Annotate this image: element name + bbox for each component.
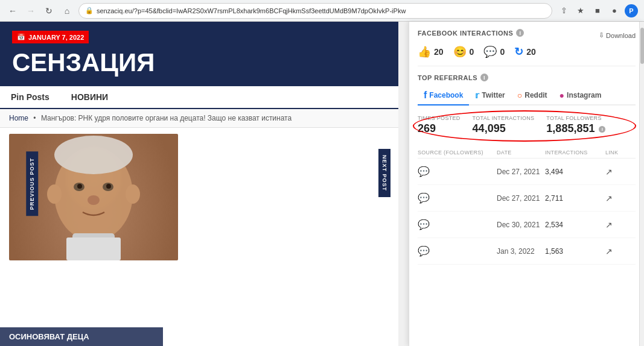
download-icon: ⇩ bbox=[599, 31, 604, 39]
fb-reaction-count: 0 bbox=[470, 47, 474, 57]
share-button[interactable]: ⇧ bbox=[557, 4, 570, 17]
twitter-tab-icon: 𝕣 bbox=[475, 90, 479, 100]
tab-twitter-label: Twitter bbox=[482, 91, 505, 99]
tab-twitter[interactable]: 𝕣 Twitter bbox=[469, 86, 511, 105]
fb-comment-icon: 💬 bbox=[483, 45, 497, 58]
breadcrumb: Home • Мангъров: РНК удря половите орган… bbox=[0, 109, 398, 128]
svg-point-6 bbox=[88, 195, 100, 205]
bookmark-button[interactable]: ★ bbox=[574, 4, 587, 17]
fb-interactions-label: FACEBOOK INTERACTIONS bbox=[418, 30, 513, 37]
table-row: 💬 Dec 27, 2021 3,494 ↗ bbox=[418, 159, 636, 185]
col-interactions: INTERACTIONS bbox=[545, 149, 605, 156]
site-header: 📅 JANUARY 7, 2022 СЕНЗАЦИЯ bbox=[0, 22, 398, 86]
scrollbar-track[interactable] bbox=[639, 22, 644, 346]
fb-comment-count: 0 bbox=[500, 47, 505, 57]
fb-reaction-icon: 😊 bbox=[453, 45, 467, 58]
lock-icon: 🔒 bbox=[85, 7, 94, 14]
row-interactions-0: 3,494 bbox=[545, 168, 605, 176]
home-button[interactable]: ⌂ bbox=[60, 4, 74, 17]
tab-reddit[interactable]: ○ Reddit bbox=[511, 86, 553, 105]
previous-post-label[interactable]: PREVIOUS POST bbox=[26, 152, 38, 216]
row-interactions-1: 2,711 bbox=[545, 194, 605, 203]
site-nav: Pin Posts НОВИНИ bbox=[0, 86, 398, 109]
svg-point-7 bbox=[47, 184, 62, 204]
total-interactions-label: TOTAL INTERACTIONS bbox=[473, 115, 535, 121]
table-header: SOURCE (FOLLOWERS) DATE INTERACTIONS LIN… bbox=[418, 147, 636, 159]
website-content: PREVIOUS POST 📅 JANUARY 7, 2022 СЕНЗАЦИЯ… bbox=[0, 22, 398, 346]
col-link: LINK bbox=[605, 149, 636, 156]
row-interactions-3: 1,563 bbox=[545, 247, 605, 256]
row-date-3: Jan 3, 2022 bbox=[497, 247, 545, 256]
analytics-panel: FACEBOOK INTERACTIONS i ⇩ Download 👍 20 … bbox=[409, 22, 644, 346]
panel-scroll[interactable]: FACEBOOK INTERACTIONS i ⇩ Download 👍 20 … bbox=[409, 22, 644, 346]
total-followers-value: 1,885,851 i bbox=[546, 122, 605, 135]
tab-facebook[interactable]: f Facebook bbox=[418, 86, 469, 105]
row-date-2: Dec 30, 2021 bbox=[497, 221, 545, 229]
row-interactions-2: 2,534 bbox=[545, 221, 605, 229]
breadcrumb-separator: • bbox=[33, 114, 36, 122]
tab-instagram[interactable]: ● Instagram bbox=[553, 86, 608, 105]
svg-point-8 bbox=[126, 184, 140, 204]
nav-novini[interactable]: НОВИНИ bbox=[60, 86, 119, 109]
nav-pin-posts[interactable]: Pin Posts bbox=[0, 86, 60, 109]
row-source-0: 💬 bbox=[418, 166, 497, 177]
times-posted-label: TIMES POSTED bbox=[418, 115, 461, 121]
browser-chrome: ← → ↻ ⌂ 🔒 senzaciq.eu/?p=45&fbclid=IwAR2… bbox=[0, 0, 644, 22]
top-referrals-header: TOP REFERRALS i bbox=[418, 74, 636, 81]
back-button[interactable]: ← bbox=[6, 4, 19, 17]
svg-point-5 bbox=[106, 184, 111, 189]
bottom-overlay-text: ОСИНОВЯВАТ ДЕЦА bbox=[0, 327, 163, 346]
download-label: Download bbox=[606, 32, 636, 39]
svg-rect-10 bbox=[66, 237, 121, 260]
profile-avatar[interactable]: P bbox=[625, 4, 638, 17]
fb-share-metric: ↻ 20 bbox=[514, 45, 536, 58]
site-title: СЕНЗАЦИЯ bbox=[12, 48, 386, 77]
extensions-button[interactable]: ● bbox=[608, 4, 621, 17]
fb-reaction-metric: 😊 0 bbox=[453, 45, 474, 58]
scrollbar-thumb[interactable] bbox=[640, 28, 644, 64]
refresh-button[interactable]: ↻ bbox=[42, 4, 56, 17]
reddit-tab-icon: ○ bbox=[517, 90, 522, 100]
facebook-like-icon: 👍 bbox=[418, 45, 431, 58]
row-link-1[interactable]: ↗ bbox=[605, 193, 636, 203]
total-followers-label: TOTAL FOLLOWERS bbox=[546, 115, 605, 121]
stats-row: TIMES POSTED 269 TOTAL INTERACTIONS 44,0… bbox=[418, 112, 636, 141]
stat-total-followers: TOTAL FOLLOWERS 1,885,851 i bbox=[546, 115, 605, 135]
breadcrumb-home[interactable]: Home bbox=[9, 114, 28, 122]
stat-total-interactions: TOTAL INTERACTIONS 44,095 bbox=[473, 115, 535, 135]
breadcrumb-article: Мангъров: РНК удря половите органи на де… bbox=[41, 114, 292, 122]
url-text: senzaciq.eu/?p=45&fbclid=IwAR2S0xW7rsmPL… bbox=[97, 7, 546, 14]
fb-comment-metric: 💬 0 bbox=[483, 45, 505, 58]
fb-interactions-info-icon[interactable]: i bbox=[516, 29, 524, 37]
col-source: SOURCE (FOLLOWERS) bbox=[418, 149, 497, 156]
date-badge: 📅 JANUARY 7, 2022 bbox=[12, 31, 89, 43]
stat-times-posted: TIMES POSTED 269 bbox=[418, 115, 461, 135]
table-row: 💬 Dec 27, 2021 2,711 ↗ bbox=[418, 185, 636, 212]
top-referrals-info-icon[interactable]: i bbox=[480, 74, 488, 81]
row-source-3: 💬 bbox=[418, 245, 497, 257]
tab-facebook-label: Facebook bbox=[429, 91, 463, 99]
followers-info-icon[interactable]: i bbox=[599, 126, 605, 133]
row-link-0[interactable]: ↗ bbox=[605, 167, 636, 177]
comment-icon-0: 💬 bbox=[418, 166, 430, 177]
calendar-icon: 📅 bbox=[17, 33, 25, 41]
svg-point-1 bbox=[54, 136, 133, 174]
date-text: JANUARY 7, 2022 bbox=[28, 34, 84, 41]
fb-interactions-header: FACEBOOK INTERACTIONS i bbox=[418, 29, 524, 37]
row-link-2[interactable]: ↗ bbox=[605, 220, 636, 230]
fb-interactions-row: 👍 20 😊 0 💬 0 ↻ 20 bbox=[418, 45, 636, 66]
tab-reddit-label: Reddit bbox=[524, 91, 547, 99]
fb-like-metric: 👍 20 bbox=[418, 45, 444, 58]
row-link-3[interactable]: ↗ bbox=[605, 247, 636, 256]
table-row: 💬 Jan 3, 2022 1,563 ↗ bbox=[418, 238, 636, 265]
next-post-label[interactable]: NEXT POST bbox=[378, 149, 391, 197]
svg-point-4 bbox=[77, 184, 82, 189]
forward-button[interactable]: → bbox=[24, 4, 37, 17]
address-bar[interactable]: 🔒 senzaciq.eu/?p=45&fbclid=IwAR2S0xW7rsm… bbox=[78, 3, 552, 19]
download-button[interactable]: ⇩ Download bbox=[599, 31, 636, 39]
fb-share-icon: ↻ bbox=[514, 45, 523, 58]
browser-actions: ⇧ ★ ■ ● P bbox=[557, 4, 638, 17]
fb-share-count: 20 bbox=[526, 47, 536, 57]
comment-icon-2: 💬 bbox=[418, 219, 430, 230]
extension-button[interactable]: ■ bbox=[591, 4, 604, 17]
